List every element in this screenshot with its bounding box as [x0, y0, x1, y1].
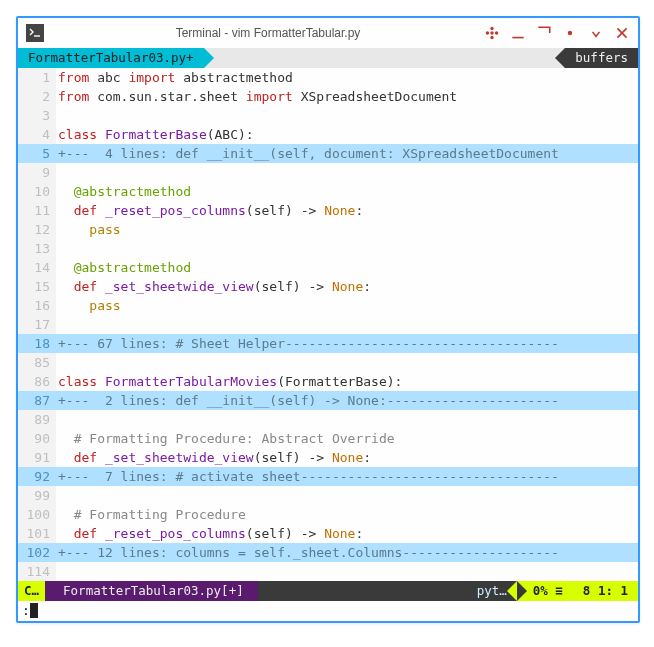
svg-point-5 — [491, 32, 493, 34]
svg-point-7 — [569, 32, 572, 35]
svg-point-1 — [487, 32, 489, 34]
code-line[interactable]: 99 — [18, 486, 638, 505]
window-dot-icon[interactable] — [562, 25, 578, 41]
status-filename: FormatterTabular03.py[+] — [45, 581, 258, 601]
line-number: 86 — [18, 372, 56, 391]
code-line[interactable]: 9 — [18, 163, 638, 182]
code-line[interactable]: 13 — [18, 239, 638, 258]
code-line[interactable]: 2from com.sun.star.sheet import XSpreads… — [18, 87, 638, 106]
window-title: Terminal - vim FormatterTabular.py — [52, 26, 484, 40]
code-line[interactable]: 90 # Formatting Procedure: Abstract Over… — [18, 429, 638, 448]
code-line[interactable]: 85 — [18, 353, 638, 372]
line-number: 99 — [18, 486, 56, 505]
line-content: pass — [56, 220, 638, 239]
code-line[interactable]: 101 def _reset_pos_columns(self) -> None… — [18, 524, 638, 543]
line-number: 9 — [18, 163, 56, 182]
code-line[interactable]: 11 def _reset_pos_columns(self) -> None: — [18, 201, 638, 220]
terminal-window: Terminal - vim FormatterTabular.py Forma… — [16, 16, 640, 623]
line-number: 2 — [18, 87, 56, 106]
line-number: 85 — [18, 353, 56, 372]
line-number: 16 — [18, 296, 56, 315]
line-number: 14 — [18, 258, 56, 277]
line-number: 89 — [18, 410, 56, 429]
line-content: +--- 12 lines: columns = self._sheet.Col… — [56, 543, 638, 562]
close-icon[interactable] — [614, 25, 630, 41]
line-content: class FormatterBase(ABC): — [56, 125, 638, 144]
line-content — [56, 315, 638, 334]
line-number: 17 — [18, 315, 56, 334]
code-line[interactable]: 114 — [18, 562, 638, 581]
tabbar-spacer — [204, 48, 566, 68]
code-line[interactable]: 1from abc import abstractmethod — [18, 68, 638, 87]
code-line[interactable]: 12 pass — [18, 220, 638, 239]
status-spacer — [258, 581, 463, 601]
statusbar: C… FormatterTabular03.py[+] pyt… 0% ≡ 8 … — [18, 581, 638, 601]
line-number: 90 — [18, 429, 56, 448]
line-content: def _set_sheetwide_view(self) -> None: — [56, 277, 638, 296]
line-number: 4 — [18, 125, 56, 144]
command-prompt: : — [22, 601, 30, 621]
minimize-icon[interactable] — [510, 25, 526, 41]
status-position: 8 1: 1 — [573, 581, 638, 601]
line-content — [56, 353, 638, 372]
line-content — [56, 486, 638, 505]
line-content — [56, 106, 638, 125]
buffers-label[interactable]: buffers — [565, 48, 638, 68]
fold-line[interactable]: 92+--- 7 lines: # activate sheet--------… — [18, 467, 638, 486]
maximize-icon[interactable] — [536, 25, 552, 41]
line-content: # Formatting Procedure — [56, 505, 638, 524]
code-line[interactable]: 14 @abstractmethod — [18, 258, 638, 277]
code-line[interactable]: 10 @abstractmethod — [18, 182, 638, 201]
line-content — [56, 410, 638, 429]
command-line[interactable]: : — [18, 601, 638, 621]
window-down-icon[interactable] — [588, 25, 604, 41]
code-line[interactable]: 15 def _set_sheetwide_view(self) -> None… — [18, 277, 638, 296]
line-content: +--- 4 lines: def __init__(self, documen… — [56, 144, 638, 163]
fold-line[interactable]: 18+--- 67 lines: # Sheet Helper---------… — [18, 334, 638, 353]
line-content: from abc import abstractmethod — [56, 68, 638, 87]
code-line[interactable]: 91 def _set_sheetwide_view(self) -> None… — [18, 448, 638, 467]
code-line[interactable]: 16 pass — [18, 296, 638, 315]
editor-area[interactable]: 1from abc import abstractmethod2from com… — [18, 68, 638, 581]
line-content: # Formatting Procedure: Abstract Overrid… — [56, 429, 638, 448]
line-number: 13 — [18, 239, 56, 258]
line-content — [56, 562, 638, 581]
line-number: 18 — [18, 334, 56, 353]
fold-line[interactable]: 5+--- 4 lines: def __init__(self, docume… — [18, 144, 638, 163]
line-content: def _reset_pos_columns(self) -> None: — [56, 201, 638, 220]
line-number: 92 — [18, 467, 56, 486]
line-content: @abstractmethod — [56, 258, 638, 277]
code-line[interactable]: 86class FormatterTabularMovies(Formatter… — [18, 372, 638, 391]
line-number: 15 — [18, 277, 56, 296]
line-content: class FormatterTabularMovies(FormatterBa… — [56, 372, 638, 391]
line-content: +--- 67 lines: # Sheet Helper-----------… — [56, 334, 638, 353]
line-content: @abstractmethod — [56, 182, 638, 201]
fold-line[interactable]: 87+--- 2 lines: def __init__(self) -> No… — [18, 391, 638, 410]
line-content: +--- 7 lines: # activate sheet----------… — [56, 467, 638, 486]
titlebar: Terminal - vim FormatterTabular.py — [18, 18, 638, 48]
code-line[interactable]: 89 — [18, 410, 638, 429]
code-line[interactable]: 17 — [18, 315, 638, 334]
window-keep-above-icon[interactable] — [484, 25, 500, 41]
line-content: def _reset_pos_columns(self) -> None: — [56, 524, 638, 543]
code-line[interactable]: 3 — [18, 106, 638, 125]
terminal-app-icon — [26, 24, 44, 42]
line-number: 101 — [18, 524, 56, 543]
buffer-tabbar: FormatterTabular03.py+ buffers — [18, 48, 638, 68]
line-content — [56, 163, 638, 182]
line-number: 3 — [18, 106, 56, 125]
line-content: +--- 2 lines: def __init__(self) -> None… — [56, 391, 638, 410]
line-content — [56, 239, 638, 258]
code-line[interactable]: 100 # Formatting Procedure — [18, 505, 638, 524]
active-buffer-tab[interactable]: FormatterTabular03.py+ — [18, 48, 204, 68]
line-number: 12 — [18, 220, 56, 239]
line-number: 87 — [18, 391, 56, 410]
svg-point-2 — [491, 28, 493, 30]
code-line[interactable]: 4class FormatterBase(ABC): — [18, 125, 638, 144]
line-number: 5 — [18, 144, 56, 163]
window-controls — [484, 25, 630, 41]
line-content: pass — [56, 296, 638, 315]
fold-line[interactable]: 102+--- 12 lines: columns = self._sheet.… — [18, 543, 638, 562]
line-number: 10 — [18, 182, 56, 201]
cursor — [30, 603, 38, 618]
